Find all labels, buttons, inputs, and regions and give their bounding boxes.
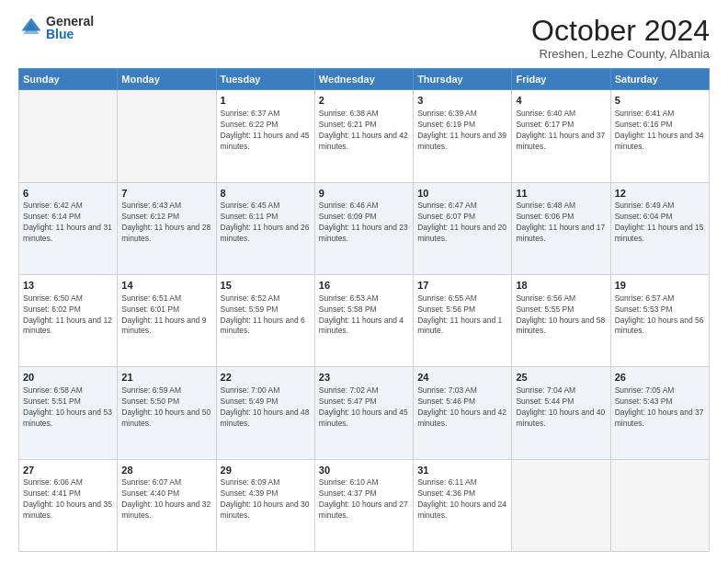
day-number: 9 [319, 187, 409, 201]
table-row: 16Sunrise: 6:53 AM Sunset: 5:58 PM Dayli… [314, 274, 413, 366]
calendar-week-row: 1Sunrise: 6:37 AM Sunset: 6:22 PM Daylig… [19, 90, 710, 182]
logo: General Blue [18, 15, 94, 40]
day-info: Sunrise: 6:46 AM Sunset: 6:09 PM Dayligh… [319, 201, 409, 245]
day-info: Sunrise: 6:40 AM Sunset: 6:17 PM Dayligh… [516, 109, 606, 153]
table-row: 14Sunrise: 6:51 AM Sunset: 6:01 PM Dayli… [118, 274, 216, 366]
day-number: 28 [121, 464, 211, 477]
calendar-week-row: 20Sunrise: 6:58 AM Sunset: 5:51 PM Dayli… [19, 367, 710, 459]
table-row: 2Sunrise: 6:38 AM Sunset: 6:21 PM Daylig… [314, 90, 413, 182]
day-number: 25 [516, 371, 606, 385]
table-row: 18Sunrise: 6:56 AM Sunset: 5:55 PM Dayli… [512, 274, 610, 366]
day-info: Sunrise: 6:56 AM Sunset: 5:55 PM Dayligh… [516, 293, 606, 338]
table-row: 24Sunrise: 7:03 AM Sunset: 5:46 PM Dayli… [414, 367, 512, 459]
col-tuesday: Tuesday [216, 69, 314, 90]
table-row: 27Sunrise: 6:06 AM Sunset: 4:41 PM Dayli… [19, 459, 118, 551]
table-row: 17Sunrise: 6:55 AM Sunset: 5:56 PM Dayli… [414, 274, 512, 366]
day-info: Sunrise: 6:41 AM Sunset: 6:16 PM Dayligh… [615, 109, 705, 153]
table-row: 13Sunrise: 6:50 AM Sunset: 6:02 PM Dayli… [19, 274, 118, 366]
day-info: Sunrise: 6:47 AM Sunset: 6:07 PM Dayligh… [417, 201, 507, 245]
table-row: 9Sunrise: 6:46 AM Sunset: 6:09 PM Daylig… [314, 182, 413, 274]
day-info: Sunrise: 6:38 AM Sunset: 6:21 PM Dayligh… [319, 109, 409, 153]
day-info: Sunrise: 6:43 AM Sunset: 6:12 PM Dayligh… [121, 201, 211, 245]
table-row: 1Sunrise: 6:37 AM Sunset: 6:22 PM Daylig… [216, 90, 314, 182]
day-number: 8 [221, 187, 311, 201]
logo-text: General Blue [46, 15, 94, 40]
day-number: 2 [319, 94, 409, 108]
day-info: Sunrise: 6:39 AM Sunset: 6:19 PM Dayligh… [417, 109, 507, 153]
day-info: Sunrise: 6:11 AM Sunset: 4:36 PM Dayligh… [417, 477, 507, 522]
day-info: Sunrise: 6:52 AM Sunset: 5:59 PM Dayligh… [221, 293, 311, 338]
location-subtitle: Rreshen, Lezhe County, Albania [531, 47, 710, 61]
day-info: Sunrise: 7:02 AM Sunset: 5:47 PM Dayligh… [319, 385, 409, 430]
table-row [610, 459, 709, 551]
day-number: 16 [319, 279, 409, 293]
day-number: 22 [221, 371, 311, 385]
day-number: 11 [516, 187, 606, 201]
calendar-header-row: Sunday Monday Tuesday Wednesday Thursday… [19, 69, 710, 90]
logo-icon [18, 15, 44, 40]
day-info: Sunrise: 7:00 AM Sunset: 5:49 PM Dayligh… [221, 385, 311, 430]
table-row: 22Sunrise: 7:00 AM Sunset: 5:49 PM Dayli… [216, 367, 314, 459]
table-row [512, 459, 610, 551]
calendar-week-row: 27Sunrise: 6:06 AM Sunset: 4:41 PM Dayli… [19, 459, 710, 551]
table-row: 8Sunrise: 6:45 AM Sunset: 6:11 PM Daylig… [216, 182, 314, 274]
table-row: 30Sunrise: 6:10 AM Sunset: 4:37 PM Dayli… [314, 459, 413, 551]
col-sunday: Sunday [19, 69, 118, 90]
page: General Blue October 2024 Rreshen, Lezhe… [0, 0, 728, 563]
day-info: Sunrise: 6:55 AM Sunset: 5:56 PM Dayligh… [417, 293, 507, 338]
day-number: 6 [23, 187, 113, 201]
day-info: Sunrise: 6:49 AM Sunset: 6:04 PM Dayligh… [615, 201, 705, 245]
day-number: 3 [417, 94, 507, 108]
day-info: Sunrise: 6:45 AM Sunset: 6:11 PM Dayligh… [221, 201, 311, 245]
table-row: 3Sunrise: 6:39 AM Sunset: 6:19 PM Daylig… [414, 90, 512, 182]
table-row [118, 90, 216, 182]
table-row: 31Sunrise: 6:11 AM Sunset: 4:36 PM Dayli… [414, 459, 512, 551]
day-info: Sunrise: 6:53 AM Sunset: 5:58 PM Dayligh… [319, 293, 409, 338]
calendar-week-row: 6Sunrise: 6:42 AM Sunset: 6:14 PM Daylig… [19, 182, 710, 274]
day-number: 29 [221, 464, 311, 477]
day-number: 17 [417, 279, 507, 293]
day-info: Sunrise: 7:05 AM Sunset: 5:43 PM Dayligh… [615, 385, 705, 430]
day-info: Sunrise: 6:10 AM Sunset: 4:37 PM Dayligh… [319, 477, 409, 522]
day-number: 14 [121, 279, 211, 293]
table-row: 29Sunrise: 6:09 AM Sunset: 4:39 PM Dayli… [216, 459, 314, 551]
table-row: 10Sunrise: 6:47 AM Sunset: 6:07 PM Dayli… [414, 182, 512, 274]
col-thursday: Thursday [414, 69, 512, 90]
col-friday: Friday [512, 69, 610, 90]
col-wednesday: Wednesday [314, 69, 413, 90]
table-row: 7Sunrise: 6:43 AM Sunset: 6:12 PM Daylig… [118, 182, 216, 274]
table-row: 12Sunrise: 6:49 AM Sunset: 6:04 PM Dayli… [610, 182, 709, 274]
day-info: Sunrise: 7:04 AM Sunset: 5:44 PM Dayligh… [516, 385, 606, 430]
day-info: Sunrise: 6:50 AM Sunset: 6:02 PM Dayligh… [23, 293, 113, 338]
day-number: 20 [23, 371, 113, 385]
table-row: 28Sunrise: 6:07 AM Sunset: 4:40 PM Dayli… [118, 459, 216, 551]
day-number: 18 [516, 279, 606, 293]
day-number: 12 [615, 187, 705, 201]
col-monday: Monday [118, 69, 216, 90]
table-row: 23Sunrise: 7:02 AM Sunset: 5:47 PM Dayli… [314, 367, 413, 459]
day-number: 4 [516, 94, 606, 108]
day-info: Sunrise: 7:03 AM Sunset: 5:46 PM Dayligh… [417, 385, 507, 430]
day-number: 5 [615, 94, 705, 108]
calendar-table: Sunday Monday Tuesday Wednesday Thursday… [18, 68, 710, 552]
day-number: 10 [417, 187, 507, 201]
day-number: 1 [221, 94, 311, 108]
day-number: 24 [417, 371, 507, 385]
title-block: October 2024 Rreshen, Lezhe County, Alba… [531, 15, 710, 61]
table-row: 26Sunrise: 7:05 AM Sunset: 5:43 PM Dayli… [610, 367, 709, 459]
table-row: 5Sunrise: 6:41 AM Sunset: 6:16 PM Daylig… [610, 90, 709, 182]
table-row [19, 90, 118, 182]
day-info: Sunrise: 6:58 AM Sunset: 5:51 PM Dayligh… [23, 385, 113, 430]
day-number: 19 [615, 279, 705, 293]
logo-general-label: General [46, 15, 94, 28]
month-title: October 2024 [531, 15, 710, 47]
logo-blue-label: Blue [46, 28, 94, 40]
table-row: 11Sunrise: 6:48 AM Sunset: 6:06 PM Dayli… [512, 182, 610, 274]
table-row: 20Sunrise: 6:58 AM Sunset: 5:51 PM Dayli… [19, 367, 118, 459]
table-row: 6Sunrise: 6:42 AM Sunset: 6:14 PM Daylig… [19, 182, 118, 274]
day-number: 13 [23, 279, 113, 293]
table-row: 4Sunrise: 6:40 AM Sunset: 6:17 PM Daylig… [512, 90, 610, 182]
day-info: Sunrise: 6:06 AM Sunset: 4:41 PM Dayligh… [23, 477, 113, 522]
header: General Blue October 2024 Rreshen, Lezhe… [18, 15, 710, 61]
day-info: Sunrise: 6:51 AM Sunset: 6:01 PM Dayligh… [121, 293, 211, 338]
